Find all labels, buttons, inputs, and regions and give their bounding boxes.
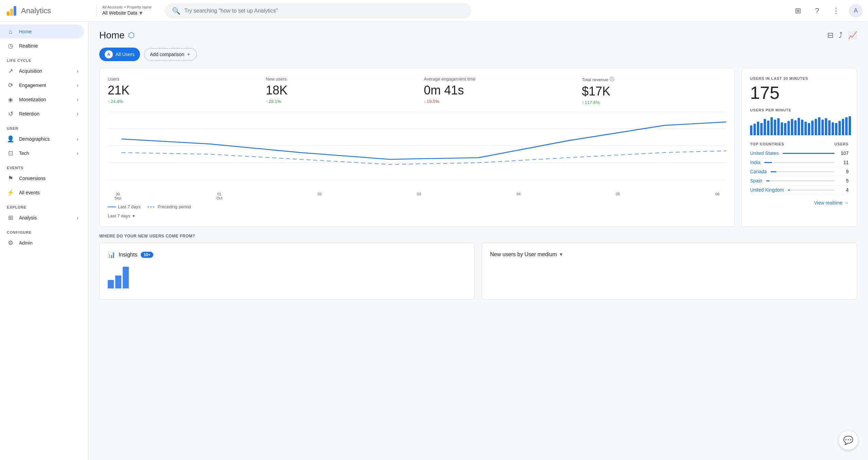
bar-minute xyxy=(760,123,763,136)
add-comparison-button[interactable]: Add comparison ＋ xyxy=(144,48,197,60)
new-users-value: 18K xyxy=(266,83,410,98)
stat-engagement: Average engagement time 0m 41s ↓ 19.5% xyxy=(424,76,568,105)
bar-minute xyxy=(784,123,786,136)
help-icon[interactable]: ? xyxy=(811,5,823,17)
engagement-value: 0m 41s xyxy=(424,83,568,98)
legend-line-dashed xyxy=(147,207,156,207)
more-options-icon[interactable]: ⋮ xyxy=(830,5,842,17)
dropdown-icon[interactable]: ▾ xyxy=(560,251,562,258)
realtime-icon: ◷ xyxy=(7,42,14,50)
compare-icon[interactable]: 📈 xyxy=(848,31,857,40)
sidebar-item-engagement[interactable]: ⟳ Engagement › xyxy=(0,78,84,92)
sidebar-item-admin[interactable]: ⚙ Admin xyxy=(0,236,84,250)
arrow-down-icon: ↓ xyxy=(424,99,426,104)
insights-badge: 10+ xyxy=(141,252,153,258)
sidebar-item-home[interactable]: ⌂ Home xyxy=(0,24,84,39)
acquisition-icon: ↗ xyxy=(7,67,14,75)
breadcrumb-bottom[interactable]: All Website Data ▾ xyxy=(102,9,152,17)
country-row: United Kingdom 4 xyxy=(750,185,849,195)
country-name[interactable]: United States xyxy=(750,151,779,156)
sidebar-item-all-events[interactable]: ⚡ All events xyxy=(0,185,84,200)
country-count: 5 xyxy=(838,178,849,183)
realtime-label: USERS IN LAST 30 MINUTES xyxy=(750,76,849,81)
country-row: Spain 5 xyxy=(750,176,849,185)
search-bar[interactable]: 🔍 xyxy=(165,3,471,19)
country-count: 107 xyxy=(838,151,849,156)
country-name[interactable]: United Kingdom xyxy=(750,187,784,193)
revenue-value: $17K xyxy=(582,84,726,99)
dashboard-grid: Users 21K ↑ 24.4% New users 18K ↑ 28.1% xyxy=(99,68,857,227)
mini-bar-1 xyxy=(108,280,114,289)
country-bar-bg xyxy=(783,153,834,154)
demographics-icon: 👤 xyxy=(7,135,14,143)
all-users-chip[interactable]: A All Users xyxy=(99,48,140,61)
search-icon: 🔍 xyxy=(172,7,180,15)
search-input[interactable] xyxy=(185,8,464,14)
acquisition-left: ↗ Acquisition xyxy=(7,67,42,75)
sidebar-label-realtime: Realtime xyxy=(19,43,38,49)
bar-minute xyxy=(828,120,831,135)
sidebar-item-realtime[interactable]: ◷ Realtime xyxy=(0,39,84,53)
new-users-header: New users by User medium ▾ xyxy=(490,251,849,258)
sidebar-item-monetization[interactable]: ◈ Monetization › xyxy=(0,92,84,107)
insights-card: 📊 Insights 10+ xyxy=(99,243,475,300)
sidebar-item-retention[interactable]: ↺ Retention › xyxy=(0,107,84,121)
configure-section-label: CONFIGURE xyxy=(0,225,88,236)
where-label: WHERE DO YOUR NEW USERS COME FROM? xyxy=(99,234,857,238)
svg-rect-2 xyxy=(14,6,16,16)
customize-icon[interactable]: ⊟ xyxy=(827,31,833,40)
country-row: United States 107 xyxy=(750,149,849,158)
share-icon[interactable]: ⤴ xyxy=(839,31,843,40)
top-countries-label: TOP COUNTRIES xyxy=(750,142,784,146)
bar-minute xyxy=(781,122,783,136)
chat-icon[interactable]: 💬 xyxy=(839,431,858,450)
legend-line-solid xyxy=(108,207,116,207)
users-value: 21K xyxy=(108,83,252,98)
date-range-selector[interactable]: Last 7 days ▾ xyxy=(108,213,726,218)
bar-minute xyxy=(774,120,776,135)
sidebar-item-acquisition[interactable]: ↗ Acquisition › xyxy=(0,64,84,78)
bar-minute xyxy=(753,124,756,135)
home-icon: ⌂ xyxy=(7,28,14,35)
grid-icon[interactable]: ⊞ xyxy=(792,5,804,17)
bar-minute xyxy=(787,121,790,135)
sidebar-label-engagement: Engagement xyxy=(19,83,46,88)
chart-x-labels: 30Sep 01Oct 02 03 04 05 06 xyxy=(108,192,726,200)
date-label-30: 30Sep xyxy=(115,192,121,200)
sidebar-item-tech[interactable]: ⊡ Tech › xyxy=(0,146,84,160)
sidebar-item-analysis[interactable]: ⊞ Analysis › xyxy=(0,211,84,225)
new-users-title: New users by User medium xyxy=(490,251,557,258)
country-bar xyxy=(788,190,790,191)
legend-preceding-label: Preceding period xyxy=(158,204,191,209)
view-realtime-link[interactable]: View realtime → xyxy=(750,200,849,206)
insights-header: 📊 Insights 10+ xyxy=(108,251,466,259)
app-title: Analytics xyxy=(21,6,51,15)
country-name[interactable]: India xyxy=(750,160,760,165)
country-name[interactable]: Canada xyxy=(750,169,767,174)
date-label-06: 06 xyxy=(715,192,719,200)
bar-minute xyxy=(764,119,766,135)
per-minute-chart xyxy=(750,115,849,135)
lifecycle-section-label: LIFE CYCLE xyxy=(0,53,88,64)
info-icon[interactable]: ⓘ xyxy=(610,76,614,83)
bar-minute xyxy=(777,118,780,135)
sidebar-label-demographics: Demographics xyxy=(19,136,50,142)
sidebar-item-conversions[interactable]: ⚑ Conversions xyxy=(0,171,84,185)
sidebar-label-tech: Tech xyxy=(19,151,29,156)
add-comparison-label: Add comparison xyxy=(150,52,184,57)
sidebar-label-analysis: Analysis xyxy=(19,215,37,220)
sidebar-label-retention: Retention xyxy=(19,111,39,117)
explore-section-label: EXPLORE xyxy=(0,200,88,211)
sidebar-item-demographics[interactable]: 👤 Demographics › xyxy=(0,132,84,146)
users-label: Users xyxy=(108,76,252,82)
monetization-icon: ◈ xyxy=(7,96,14,103)
edit-icon[interactable]: ⬡ xyxy=(128,31,135,40)
country-name[interactable]: Spain xyxy=(750,178,762,183)
insights-chart-icon: 📊 xyxy=(108,251,115,259)
date-label-05: 05 xyxy=(616,192,620,200)
avatar[interactable]: A xyxy=(849,4,863,18)
bar-minute xyxy=(815,119,817,135)
breadcrumb: All Accounts > Property name All Website… xyxy=(97,5,152,17)
retention-left: ↺ Retention xyxy=(7,110,39,118)
bar-minute xyxy=(770,117,773,135)
